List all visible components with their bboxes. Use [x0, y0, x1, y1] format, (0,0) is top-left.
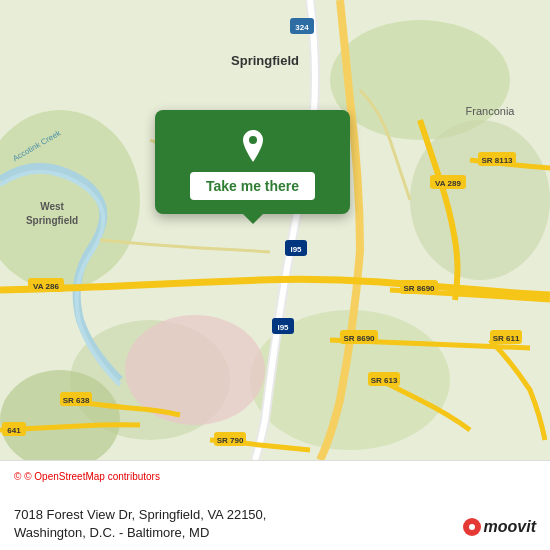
svg-text:Springfield: Springfield	[26, 215, 78, 226]
moovit-dot-icon	[463, 518, 481, 536]
svg-point-39	[249, 136, 257, 144]
svg-text:SR 790: SR 790	[217, 436, 244, 445]
osm-credit: © © OpenStreetMap contributors	[14, 471, 536, 482]
map-area: I95 I95 VA 286 VA 289 SR 8113 SR 8690 SR…	[0, 0, 550, 460]
svg-text:Franconia: Franconia	[466, 105, 516, 117]
svg-text:SR 8690: SR 8690	[403, 284, 435, 293]
take-me-there-button[interactable]: Take me there	[190, 172, 315, 200]
svg-text:VA 286: VA 286	[33, 282, 59, 291]
moovit-brand-text: moovit	[484, 518, 536, 536]
svg-text:VA 289: VA 289	[435, 179, 461, 188]
svg-text:Springfield: Springfield	[231, 53, 299, 68]
svg-text:SR 613: SR 613	[371, 376, 398, 385]
svg-text:I95: I95	[277, 323, 289, 332]
moovit-logo: moovit	[463, 518, 536, 536]
svg-text:I95: I95	[290, 245, 302, 254]
copyright-symbol: ©	[14, 471, 21, 482]
info-bar: © © OpenStreetMap contributors 7018 Fore…	[0, 460, 550, 550]
svg-text:SR 638: SR 638	[63, 396, 90, 405]
svg-text:324: 324	[295, 23, 309, 32]
address-text: 7018 Forest View Dr, Springfield, VA 221…	[14, 506, 536, 542]
svg-text:West: West	[40, 201, 64, 212]
svg-text:SR 8690: SR 8690	[343, 334, 375, 343]
svg-text:SR 8113: SR 8113	[481, 156, 513, 165]
svg-text:641: 641	[7, 426, 21, 435]
location-popup: Take me there	[155, 110, 350, 214]
location-pin-icon	[235, 128, 271, 164]
svg-text:SR 611: SR 611	[493, 334, 520, 343]
